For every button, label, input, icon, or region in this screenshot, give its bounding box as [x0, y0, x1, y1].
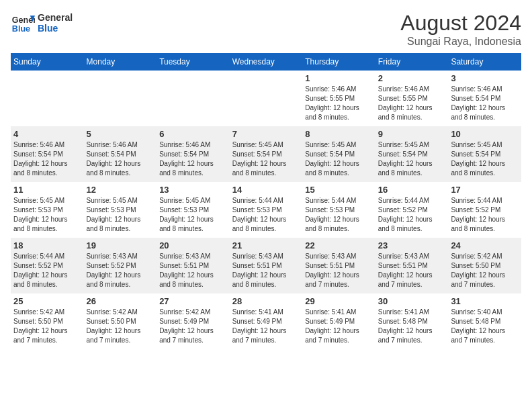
day-number: 16 — [378, 185, 446, 195]
calendar-cell — [11, 71, 84, 126]
logo-icon: General Blue — [11, 11, 35, 35]
calendar-row-0: 1Sunrise: 5:46 AM Sunset: 5:55 PM Daylig… — [11, 71, 521, 126]
page-header: General Blue General Blue August 2024 Su… — [11, 11, 521, 48]
day-info: Sunrise: 5:46 AM Sunset: 5:54 PM Dayligh… — [451, 85, 519, 122]
day-info: Sunrise: 5:43 AM Sunset: 5:51 PM Dayligh… — [232, 252, 300, 289]
calendar-cell: 3Sunrise: 5:46 AM Sunset: 5:54 PM Daylig… — [448, 71, 521, 126]
calendar-cell: 11Sunrise: 5:45 AM Sunset: 5:53 PM Dayli… — [11, 182, 84, 238]
calendar-cell: 5Sunrise: 5:46 AM Sunset: 5:54 PM Daylig… — [84, 126, 157, 182]
day-info: Sunrise: 5:45 AM Sunset: 5:54 PM Dayligh… — [451, 140, 519, 178]
calendar-cell: 16Sunrise: 5:44 AM Sunset: 5:52 PM Dayli… — [375, 182, 449, 238]
day-number: 20 — [159, 240, 227, 250]
calendar-cell: 28Sunrise: 5:41 AM Sunset: 5:49 PM Dayli… — [230, 293, 303, 349]
day-info: Sunrise: 5:43 AM Sunset: 5:51 PM Dayligh… — [305, 252, 373, 289]
weekday-header-friday: Friday — [375, 53, 449, 71]
calendar-cell: 14Sunrise: 5:44 AM Sunset: 5:53 PM Dayli… — [230, 182, 303, 238]
calendar-row-1: 4Sunrise: 5:46 AM Sunset: 5:54 PM Daylig… — [11, 126, 521, 182]
day-number: 3 — [451, 73, 519, 83]
day-info: Sunrise: 5:44 AM Sunset: 5:52 PM Dayligh… — [378, 196, 446, 234]
calendar-row-3: 18Sunrise: 5:44 AM Sunset: 5:52 PM Dayli… — [11, 238, 521, 293]
day-number: 25 — [13, 296, 81, 306]
weekday-header-monday: Monday — [84, 53, 157, 71]
day-info: Sunrise: 5:46 AM Sunset: 5:54 PM Dayligh… — [87, 140, 154, 178]
day-number: 11 — [13, 185, 81, 195]
title-block: August 2024 Sungai Raya, Indonesia — [400, 11, 521, 48]
day-number: 17 — [451, 185, 519, 195]
calendar-cell: 24Sunrise: 5:42 AM Sunset: 5:50 PM Dayli… — [448, 238, 521, 293]
day-info: Sunrise: 5:46 AM Sunset: 5:55 PM Dayligh… — [305, 85, 373, 122]
day-info: Sunrise: 5:42 AM Sunset: 5:50 PM Dayligh… — [87, 308, 154, 345]
day-number: 6 — [159, 129, 227, 139]
day-number: 31 — [451, 296, 519, 306]
day-info: Sunrise: 5:46 AM Sunset: 5:55 PM Dayligh… — [378, 85, 446, 122]
calendar-cell: 30Sunrise: 5:41 AM Sunset: 5:48 PM Dayli… — [375, 293, 449, 349]
day-info: Sunrise: 5:43 AM Sunset: 5:51 PM Dayligh… — [378, 252, 446, 289]
day-number: 7 — [232, 129, 300, 139]
weekday-header-saturday: Saturday — [448, 53, 521, 71]
calendar-cell: 29Sunrise: 5:41 AM Sunset: 5:49 PM Dayli… — [302, 293, 375, 349]
weekday-header-sunday: Sunday — [11, 53, 84, 71]
day-info: Sunrise: 5:42 AM Sunset: 5:50 PM Dayligh… — [451, 252, 519, 289]
day-number: 13 — [159, 185, 227, 195]
day-info: Sunrise: 5:40 AM Sunset: 5:48 PM Dayligh… — [451, 308, 519, 345]
calendar-cell: 18Sunrise: 5:44 AM Sunset: 5:52 PM Dayli… — [11, 238, 84, 293]
day-info: Sunrise: 5:43 AM Sunset: 5:52 PM Dayligh… — [87, 252, 154, 289]
day-info: Sunrise: 5:41 AM Sunset: 5:49 PM Dayligh… — [305, 308, 373, 345]
day-info: Sunrise: 5:42 AM Sunset: 5:50 PM Dayligh… — [13, 308, 81, 345]
day-info: Sunrise: 5:44 AM Sunset: 5:52 PM Dayligh… — [451, 196, 519, 234]
day-number: 15 — [305, 185, 373, 195]
svg-text:Blue: Blue — [12, 24, 30, 34]
calendar-header: SundayMondayTuesdayWednesdayThursdayFrid… — [11, 53, 521, 71]
calendar-cell: 10Sunrise: 5:45 AM Sunset: 5:54 PM Dayli… — [448, 126, 521, 182]
calendar-cell: 8Sunrise: 5:45 AM Sunset: 5:54 PM Daylig… — [302, 126, 375, 182]
weekday-header-tuesday: Tuesday — [157, 53, 230, 71]
calendar-cell: 2Sunrise: 5:46 AM Sunset: 5:55 PM Daylig… — [375, 71, 449, 126]
calendar-cell: 22Sunrise: 5:43 AM Sunset: 5:51 PM Dayli… — [302, 238, 375, 293]
calendar-cell: 12Sunrise: 5:45 AM Sunset: 5:53 PM Dayli… — [84, 182, 157, 238]
calendar-cell — [157, 71, 230, 126]
calendar-cell — [230, 71, 303, 126]
day-number: 2 — [378, 73, 446, 83]
day-number: 8 — [305, 129, 373, 139]
weekday-header-thursday: Thursday — [302, 53, 375, 71]
day-info: Sunrise: 5:45 AM Sunset: 5:54 PM Dayligh… — [378, 140, 446, 178]
calendar-cell: 4Sunrise: 5:46 AM Sunset: 5:54 PM Daylig… — [11, 126, 84, 182]
calendar-table: SundayMondayTuesdayWednesdayThursdayFrid… — [11, 53, 521, 349]
day-number: 1 — [305, 73, 373, 83]
day-number: 30 — [378, 296, 446, 306]
calendar-row-2: 11Sunrise: 5:45 AM Sunset: 5:53 PM Dayli… — [11, 182, 521, 238]
day-info: Sunrise: 5:42 AM Sunset: 5:49 PM Dayligh… — [159, 308, 227, 345]
calendar-cell: 15Sunrise: 5:44 AM Sunset: 5:53 PM Dayli… — [302, 182, 375, 238]
day-number: 24 — [451, 240, 519, 250]
day-info: Sunrise: 5:45 AM Sunset: 5:53 PM Dayligh… — [13, 196, 81, 234]
calendar-cell: 13Sunrise: 5:45 AM Sunset: 5:53 PM Dayli… — [157, 182, 230, 238]
day-info: Sunrise: 5:44 AM Sunset: 5:53 PM Dayligh… — [232, 196, 300, 234]
calendar-cell: 23Sunrise: 5:43 AM Sunset: 5:51 PM Dayli… — [375, 238, 449, 293]
calendar-cell: 26Sunrise: 5:42 AM Sunset: 5:50 PM Dayli… — [84, 293, 157, 349]
day-info: Sunrise: 5:41 AM Sunset: 5:48 PM Dayligh… — [378, 308, 446, 345]
page-title: August 2024 — [400, 11, 521, 36]
day-info: Sunrise: 5:44 AM Sunset: 5:52 PM Dayligh… — [13, 252, 81, 289]
day-info: Sunrise: 5:44 AM Sunset: 5:53 PM Dayligh… — [305, 196, 373, 234]
calendar-cell: 17Sunrise: 5:44 AM Sunset: 5:52 PM Dayli… — [448, 182, 521, 238]
day-number: 26 — [87, 296, 154, 306]
day-number: 9 — [378, 129, 446, 139]
day-number: 22 — [305, 240, 373, 250]
calendar-cell: 21Sunrise: 5:43 AM Sunset: 5:51 PM Dayli… — [230, 238, 303, 293]
day-number: 4 — [13, 129, 81, 139]
calendar-cell: 31Sunrise: 5:40 AM Sunset: 5:48 PM Dayli… — [448, 293, 521, 349]
day-info: Sunrise: 5:45 AM Sunset: 5:54 PM Dayligh… — [232, 140, 300, 178]
day-number: 29 — [305, 296, 373, 306]
calendar-cell: 27Sunrise: 5:42 AM Sunset: 5:49 PM Dayli… — [157, 293, 230, 349]
day-info: Sunrise: 5:46 AM Sunset: 5:54 PM Dayligh… — [13, 140, 81, 178]
day-info: Sunrise: 5:45 AM Sunset: 5:53 PM Dayligh… — [87, 196, 154, 234]
day-info: Sunrise: 5:45 AM Sunset: 5:54 PM Dayligh… — [305, 140, 373, 178]
calendar-cell: 1Sunrise: 5:46 AM Sunset: 5:55 PM Daylig… — [302, 71, 375, 126]
calendar-cell — [84, 71, 157, 126]
day-number: 14 — [232, 185, 300, 195]
day-info: Sunrise: 5:43 AM Sunset: 5:51 PM Dayligh… — [159, 252, 227, 289]
logo: General Blue General Blue — [11, 11, 73, 35]
weekday-header-row: SundayMondayTuesdayWednesdayThursdayFrid… — [11, 53, 521, 71]
weekday-header-wednesday: Wednesday — [230, 53, 303, 71]
calendar-body: 1Sunrise: 5:46 AM Sunset: 5:55 PM Daylig… — [11, 71, 521, 349]
